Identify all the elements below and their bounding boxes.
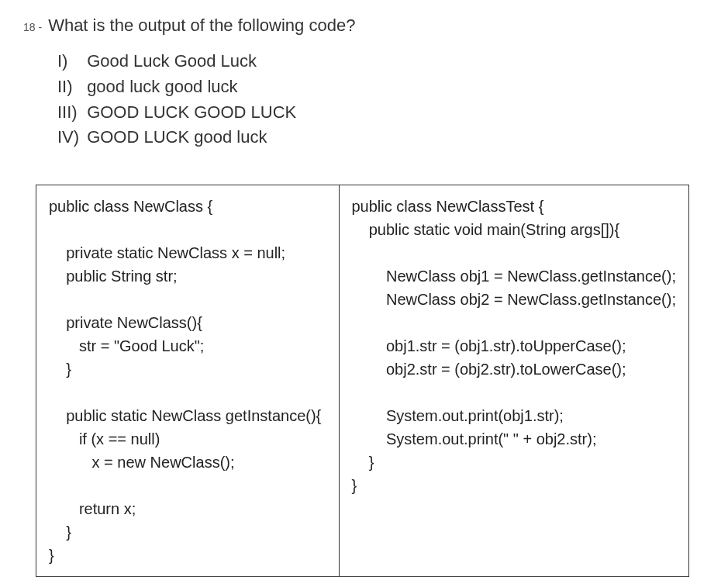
- option-item: III) GOOD LUCK GOOD LUCK: [57, 101, 705, 125]
- option-text: Good Luck Good Luck: [87, 51, 257, 71]
- code-left-column: public class NewClass { private static N…: [36, 185, 340, 576]
- option-text: GOOD LUCK GOOD LUCK: [87, 102, 296, 122]
- option-text: good luck good luck: [87, 77, 237, 96]
- option-label: I): [57, 50, 82, 74]
- question-header: 18 - What is the output of the following…: [23, 16, 705, 36]
- options-list: I) Good Luck Good Luck II) good luck goo…: [57, 50, 705, 150]
- code-right-column: public class NewClassTest { public stati…: [340, 185, 689, 576]
- option-label: II): [57, 75, 82, 99]
- code-box: public class NewClass { private static N…: [36, 185, 689, 577]
- option-text: GOOD LUCK good luck: [87, 127, 267, 147]
- question-text: What is the output of the following code…: [48, 16, 355, 36]
- option-label: IV): [57, 126, 82, 150]
- question-number: 18 -: [23, 21, 42, 33]
- option-item: II) good luck good luck: [57, 75, 705, 99]
- option-item: I) Good Luck Good Luck: [57, 50, 705, 74]
- option-label: III): [57, 101, 82, 125]
- option-item: IV) GOOD LUCK good luck: [57, 126, 705, 150]
